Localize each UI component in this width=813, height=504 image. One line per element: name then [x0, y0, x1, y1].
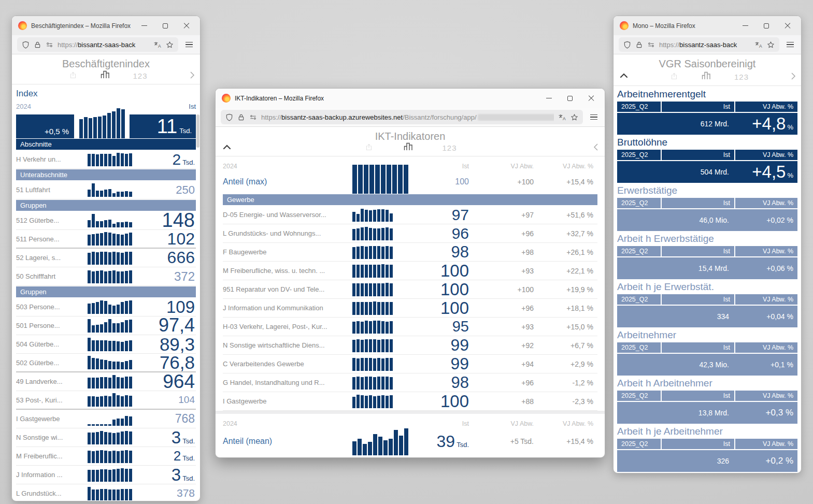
- table-row[interactable]: I Gastgewerbe100+88-2,3 %: [223, 392, 597, 411]
- table-row[interactable]: L Grundstück...378: [16, 484, 196, 501]
- url-text[interactable]: https://bissantz-saas-back: [659, 41, 750, 49]
- close-button[interactable]: [785, 23, 791, 29]
- table-row[interactable]: 50 Schifffahrt372: [16, 267, 196, 286]
- kpi-value-block[interactable]: 612 Mrd.+4,8%: [617, 113, 797, 135]
- share-icon[interactable]: [365, 143, 373, 151]
- table-row[interactable]: H Verkehr un...2Tsd.: [16, 150, 196, 169]
- kpi-value-block[interactable]: 15,4 Mrd.+0,06 %: [617, 257, 797, 279]
- section-band-gewerbe[interactable]: Gewerbe: [223, 194, 597, 205]
- table-row[interactable]: N Sonstige wirtschaftliche Diens...99+92…: [223, 336, 597, 355]
- kpi-value-block[interactable]: 13,8 Mrd.+0,3 %: [617, 402, 797, 424]
- lock-icon[interactable]: [237, 113, 245, 121]
- table-row[interactable]: 511 Persone...102: [16, 230, 196, 249]
- table-row[interactable]: 503 Persone...109: [16, 298, 196, 316]
- shield-icon[interactable]: [623, 41, 631, 49]
- close-button[interactable]: [183, 23, 190, 29]
- bookmark-star-icon[interactable]: [570, 113, 578, 121]
- numbers-view-icon[interactable]: 123: [734, 73, 749, 81]
- url-bar[interactable]: https://bissantz-saas-back A: [619, 37, 779, 52]
- table-row[interactable]: 504 Güterbe...89,3: [16, 335, 196, 354]
- url-text[interactable]: https://bissantz-saas-backup.azurewebsit…: [261, 113, 554, 121]
- kpi-header-band[interactable]: 2025_Q2IstVJ Abw. %: [617, 246, 797, 256]
- kpi-value-block[interactable]: 326+0,2 %: [617, 450, 797, 472]
- url-text[interactable]: https://bissantz-saas-back: [58, 41, 149, 49]
- table-row[interactable]: J Information und Kommunikation100+96+18…: [223, 299, 597, 318]
- table-row[interactable]: 51 Luftfahrt250: [16, 181, 196, 199]
- menu-icon[interactable]: [183, 40, 195, 50]
- kpi-header-band[interactable]: 2025_Q2IstVJ Abw. %: [617, 439, 797, 449]
- table-row[interactable]: M Freiberuflic...2Tsd.: [16, 447, 196, 466]
- minimize-button[interactable]: [743, 25, 748, 26]
- kpi-header-band[interactable]: 2025_Q2IstVJ Abw. %: [617, 294, 797, 305]
- titlebar[interactable]: IKT-Indikatoren – Mozilla Firefox: [216, 89, 605, 108]
- chevron-up-icon[interactable]: [620, 73, 628, 78]
- index-hero-row[interactable]: +0,5 % 11 Tsd.: [16, 111, 196, 138]
- share-icon[interactable]: [670, 72, 678, 80]
- table-row[interactable]: H-03 Verkehr, Lagerei, Post-, Kur...95+9…: [223, 318, 597, 336]
- lock-icon[interactable]: [34, 41, 41, 49]
- section-band[interactable]: Abschnitte: [16, 139, 196, 150]
- permissions-icon[interactable]: [249, 113, 257, 121]
- chart-view-icon[interactable]: [403, 142, 413, 151]
- maximize-button[interactable]: [567, 96, 573, 101]
- summary-row-mean[interactable]: Anteil (mean) 39Tsd. +5 Tsd. +15,4 %: [223, 427, 597, 455]
- table-row[interactable]: 53 Post-, Kuri...104: [16, 391, 196, 410]
- translate-icon[interactable]: A: [754, 41, 763, 49]
- table-row[interactable]: N Sonstige wi...3Tsd.: [16, 428, 196, 447]
- table-row[interactable]: C Verarbeitendes Gewerbe99+94+2,9 %: [223, 355, 597, 373]
- table-row[interactable]: J Information ...3Tsd.: [16, 466, 196, 484]
- table-row[interactable]: G Handel, Instandhaltung und R...98+96-1…: [223, 373, 597, 392]
- kpi-value-block[interactable]: 46,0 Mio.+0,02 %: [617, 209, 797, 231]
- table-row[interactable]: 512 Güterbe...148: [16, 211, 196, 230]
- kpi-value-block[interactable]: 504 Mrd.+4,5%: [617, 161, 797, 183]
- lock-icon[interactable]: [635, 41, 643, 49]
- titlebar[interactable]: Beschäftigtenindex – Mozilla Firefox: [12, 16, 200, 35]
- table-row[interactable]: L Grundstücks- und Wohnungs...96+96+32,7…: [223, 224, 597, 243]
- table-row[interactable]: 502 Güterbe...76,8: [16, 354, 196, 372]
- chart-view-icon[interactable]: [701, 71, 711, 80]
- chevron-left-icon[interactable]: [593, 143, 598, 151]
- table-row[interactable]: F Baugewerbe98+98+26,1 %: [223, 243, 597, 262]
- numbers-view-icon[interactable]: 123: [133, 71, 148, 80]
- kpi-header-band[interactable]: 2025_Q2IstVJ Abw. %: [617, 342, 797, 353]
- kpi-header-band[interactable]: 2025_Q2IstVJ Abw. %: [617, 391, 797, 401]
- shield-icon[interactable]: [225, 113, 233, 121]
- kpi-value-block[interactable]: 42,3 Mio.+0,1 %: [617, 354, 797, 376]
- url-bar[interactable]: https://bissantz-saas-back A: [17, 37, 178, 52]
- menu-icon[interactable]: [785, 40, 796, 50]
- chart-view-icon[interactable]: [100, 70, 110, 79]
- minimize-button[interactable]: [546, 98, 552, 99]
- menu-icon[interactable]: [588, 112, 600, 122]
- numbers-view-icon[interactable]: 123: [443, 143, 457, 152]
- table-row[interactable]: D-05 Energie- und Wasserversor...97+97+5…: [223, 206, 597, 224]
- section-band[interactable]: Gruppen: [16, 286, 196, 297]
- chevron-up-icon[interactable]: [223, 145, 231, 150]
- section-band[interactable]: Unterabschnitte: [16, 169, 196, 180]
- scrollbar-thumb[interactable]: [196, 114, 199, 148]
- share-icon[interactable]: [69, 71, 77, 79]
- kpi-header-band[interactable]: 2025_Q2IstVJ Abw. %: [617, 102, 797, 112]
- table-row[interactable]: 52 Lagerei, s...666: [16, 249, 196, 267]
- chevron-right-icon[interactable]: [791, 72, 796, 80]
- translate-icon[interactable]: A: [153, 41, 162, 49]
- minimize-button[interactable]: [141, 25, 147, 26]
- titlebar[interactable]: Mono – Mozilla Firefox: [614, 16, 801, 35]
- bookmark-star-icon[interactable]: [166, 41, 174, 49]
- summary-row-max[interactable]: Anteil (max) 100 +100 +15,4 %: [223, 170, 597, 194]
- table-row[interactable]: I Gastgewerbe768: [16, 410, 196, 428]
- maximize-button[interactable]: [764, 23, 769, 28]
- table-row[interactable]: 951 Reparatur von DV- und Tele...100+100…: [223, 280, 597, 299]
- translate-icon[interactable]: A: [558, 113, 566, 121]
- kpi-header-band[interactable]: 2025_Q2IstVJ Abw. %: [617, 198, 797, 208]
- permissions-icon[interactable]: [46, 41, 53, 49]
- kpi-header-band[interactable]: 2025_Q2IstVJ Abw. %: [617, 150, 797, 160]
- permissions-icon[interactable]: [647, 41, 655, 49]
- table-row[interactable]: 501 Persone...97,4: [16, 316, 196, 335]
- url-bar[interactable]: https://bissantz-saas-backup.azurewebsit…: [221, 110, 583, 124]
- table-row[interactable]: M Freiberufliche, wiss. u. techn. ...100…: [223, 262, 597, 280]
- kpi-value-block[interactable]: 334+0,04 %: [617, 306, 797, 327]
- chevron-right-icon[interactable]: [190, 71, 195, 79]
- shield-icon[interactable]: [22, 41, 30, 49]
- maximize-button[interactable]: [163, 23, 168, 28]
- bookmark-star-icon[interactable]: [767, 41, 775, 49]
